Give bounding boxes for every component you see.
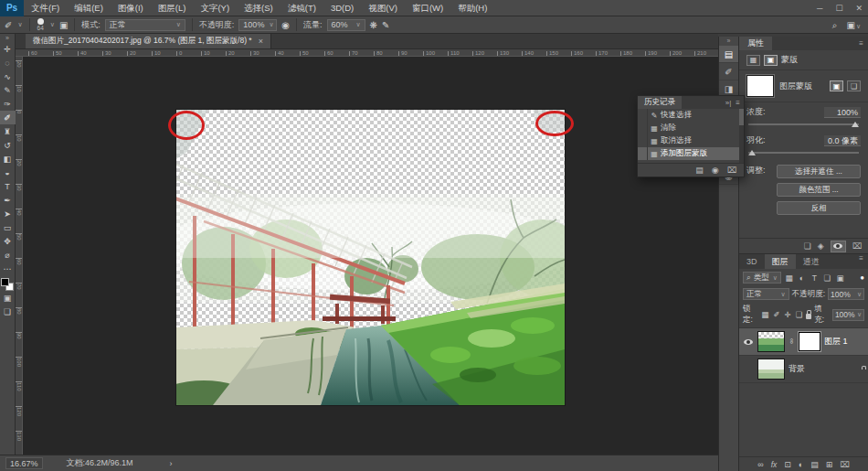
history-state-0[interactable]: ✎快速选择	[638, 109, 744, 122]
opacity-pressure-icon[interactable]: ◉	[281, 20, 290, 30]
properties-tab[interactable]: 属性	[739, 37, 772, 50]
menu-item-6[interactable]: 滤镜(T)	[281, 0, 323, 16]
layer-mask-thumbnail[interactable]	[799, 332, 820, 351]
delete-layer-icon[interactable]: ⌧	[840, 460, 849, 469]
gradient-tool[interactable]: ◧	[0, 152, 16, 166]
snapshot-icon[interactable]: ◉	[712, 166, 719, 175]
layer-row-1[interactable]: ∞ 图层 1	[739, 328, 868, 356]
canvas-image[interactable]	[176, 110, 565, 405]
layers-opacity-select[interactable]: 100% ∨	[828, 288, 864, 300]
history-source-checkbox[interactable]	[638, 122, 648, 134]
history-state-1[interactable]: ▦清除	[638, 122, 744, 134]
screen-mode-button[interactable]: ❏	[0, 305, 16, 318]
close-button[interactable]: ✕	[855, 4, 863, 13]
delete-state-icon[interactable]: ⌧	[727, 166, 736, 175]
panel-collapse-icon[interactable]: »|	[725, 99, 732, 107]
move-tool[interactable]: ✛	[0, 42, 16, 56]
layers-menu-icon[interactable]: ≡	[859, 254, 868, 269]
background-layer-name[interactable]: 背景	[789, 363, 805, 375]
history-state-3[interactable]: ▦添加图层蒙版	[638, 147, 744, 160]
status-arrow-icon[interactable]: ›	[170, 459, 173, 468]
lock-position-icon[interactable]: ✛	[783, 310, 791, 319]
density-slider[interactable]	[748, 123, 859, 125]
history-scrollbar[interactable]	[739, 109, 744, 163]
brush-tool-icon[interactable]: ✐	[5, 20, 12, 30]
tool-preset-chevron-icon[interactable]: ∨	[17, 21, 22, 28]
blend-mode-select[interactable]: 正常 ∨	[743, 288, 789, 300]
history-source-checkbox[interactable]	[638, 134, 648, 147]
layer-name[interactable]: 图层 1	[824, 336, 848, 348]
filter-smart-object-icon[interactable]: ▣	[835, 273, 845, 283]
filter-pixel-icon[interactable]: ▦	[784, 273, 794, 283]
zoom-level-field[interactable]: 16.67%	[5, 457, 43, 469]
history-state-2[interactable]: ▦取消选择	[638, 134, 744, 147]
brush-preset-picker[interactable]: 64	[37, 18, 44, 32]
background-thumbnail[interactable]	[757, 359, 785, 380]
pen-tool[interactable]: ✒	[0, 193, 16, 207]
menu-item-2[interactable]: 图像(I)	[111, 0, 151, 16]
layer-row-background[interactable]: 背景	[739, 356, 868, 383]
history-source-checkbox[interactable]	[638, 147, 648, 160]
panel-menu-icon[interactable]: ≡	[736, 99, 740, 107]
menu-item-9[interactable]: 窗口(W)	[405, 0, 450, 16]
close-tab-icon[interactable]: ×	[259, 37, 263, 46]
layers-tab-通道[interactable]: 通道	[796, 254, 827, 269]
toggle-brush-panel-icon[interactable]: ▣	[59, 20, 68, 30]
layer-style-icon[interactable]: fx	[771, 460, 778, 469]
lasso-tool[interactable]: ∿	[0, 70, 16, 83]
dodge-tool[interactable]: ◒	[0, 166, 16, 179]
mask-icon[interactable]: ▣	[764, 55, 778, 66]
history-tab[interactable]: 历史记录	[638, 96, 682, 109]
size-pressure-icon[interactable]: ✎	[382, 20, 389, 30]
menu-item-3[interactable]: 图层(L)	[151, 0, 194, 16]
brush-settings-icon[interactable]: ✐	[719, 63, 739, 80]
layer-mask-icon[interactable]: ▣	[830, 80, 843, 91]
fill-select[interactable]: 100%∨	[832, 309, 864, 321]
brush-tool[interactable]: ✐	[0, 111, 16, 124]
mask-link-icon[interactable]: ∞	[788, 338, 796, 345]
ruler-left[interactable]: 20100102030405060708090100110120130	[16, 57, 23, 455]
feather-value[interactable]: 0.0 像素	[824, 135, 861, 146]
filter-type-icon[interactable]: T	[810, 273, 820, 283]
menu-item-7[interactable]: 3D(D)	[323, 0, 361, 16]
filter-toggle-icon[interactable]: ●	[860, 273, 864, 282]
path-selection-tool[interactable]: ➤	[0, 207, 16, 220]
density-value[interactable]: 100%	[824, 107, 861, 118]
brush-picker-chevron-icon[interactable]: ∨	[50, 21, 55, 28]
type-tool[interactable]: T	[0, 179, 16, 193]
menu-item-5[interactable]: 选择(S)	[237, 0, 281, 16]
menu-item-0[interactable]: 文件(F)	[24, 0, 67, 16]
canvas-area[interactable]: 历史记录 »| ≡ ✎快速选择▦清除▦取消选择▦添加图层蒙版 ▤◉⌧	[23, 57, 718, 455]
layers-tab-3D[interactable]: 3D	[739, 254, 765, 269]
lock-all-icon[interactable]	[806, 314, 811, 319]
shape-tool[interactable]: ▭	[0, 220, 16, 234]
color-swatches[interactable]	[1, 278, 14, 291]
toggle-mask-icon[interactable]	[831, 241, 846, 252]
vector-mask-icon[interactable]: ❏	[847, 80, 861, 91]
minimize-button[interactable]: ─	[817, 4, 822, 13]
filter-shape-icon[interactable]: ❏	[822, 273, 832, 283]
zoom-tool[interactable]: ⌀	[0, 248, 16, 262]
flow-select[interactable]: 60% ∨	[327, 19, 365, 31]
eyedropper-tool[interactable]: ✑	[0, 97, 16, 111]
menu-item-8[interactable]: 视图(V)	[361, 0, 405, 16]
marquee-tool[interactable]: ◌	[0, 56, 16, 70]
invert-button[interactable]: 反相	[777, 201, 861, 215]
menu-item-1[interactable]: 编辑(E)	[67, 0, 111, 16]
feather-slider[interactable]	[748, 152, 859, 154]
lock-transparent-pixels-icon[interactable]: ▦	[761, 310, 769, 319]
opacity-select[interactable]: 100% ∨	[238, 19, 277, 31]
properties-menu-icon[interactable]: ≡	[859, 39, 868, 48]
apply-mask-icon[interactable]: ◈	[818, 241, 824, 251]
group-layers-icon[interactable]: ▤	[810, 460, 819, 469]
maximize-button[interactable]: ☐	[835, 4, 842, 13]
link-layers-icon[interactable]: ∞	[757, 460, 763, 469]
history-source-checkbox[interactable]	[638, 109, 648, 122]
adjustment-layer-icon[interactable]: ◐	[799, 460, 803, 469]
filter-type-select[interactable]: ⌕ 类型 ∨	[743, 272, 781, 284]
airbrush-icon[interactable]: ❋	[370, 20, 377, 30]
toolbar-collapse-icon[interactable]: »	[5, 34, 9, 42]
lock-artboard-icon[interactable]: ❏	[795, 310, 803, 319]
document-tab[interactable]: 微信图片_20170404202017.jpg @ 16.7% (图层 1, 图…	[26, 34, 271, 48]
history-brush-tool[interactable]: ↺	[0, 138, 16, 152]
